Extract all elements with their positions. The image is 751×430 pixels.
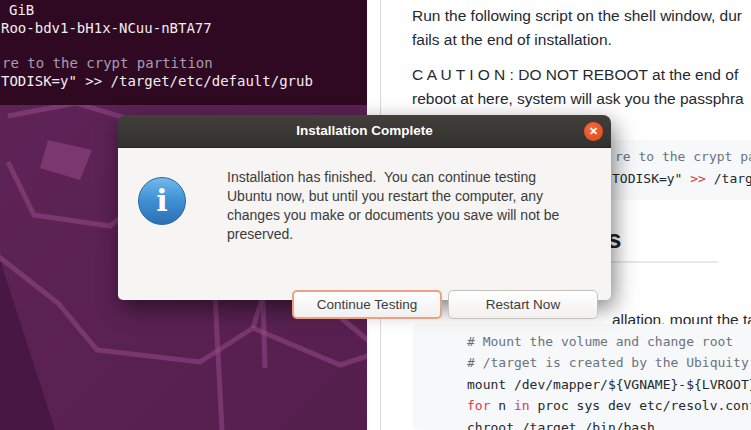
code-line: re to the crypt pa [615,149,751,164]
dialog-title: Installation Complete [118,123,611,138]
doc-paragraph: fails at the end of installation. [412,28,612,52]
code-line: # Mount the volume and change root [467,334,733,349]
terminal-line: GiB [9,2,34,18]
dialog-message: preserved. [227,226,293,242]
dialog-body: i Installation has finished. You can con… [118,148,611,300]
continue-testing-button[interactable]: Continue Testing [292,290,442,319]
restart-now-button[interactable]: Restart Now [448,290,598,319]
doc-paragraph: C A U T I O N : DO NOT REBOOT at the end… [412,63,738,87]
terminal-line: re to the crypt partition [2,55,213,71]
close-icon[interactable]: ✕ [584,122,603,141]
info-icon: i [138,177,186,225]
dialog-message: Installation has finished. You can conti… [227,169,536,185]
terminal-line: TODISK=y" >> /target/etc/default/grub [1,73,313,89]
code-line: TODISK=y" >> /targ [612,171,751,186]
screen: GiB Roo-bdv1-bH1x-NCuu-nBTA77 re to the … [0,0,751,430]
installation-complete-dialog: Installation Complete ✕ i Installation h… [118,115,611,300]
dialog-message: Ubuntu now, but until you restart the co… [227,188,543,204]
dialog-message: changes you make or documents you save w… [227,207,559,223]
code-line: mount /dev/mapper/${VGNAME}-${LVROOT} /t… [467,377,751,392]
doc-paragraph: Run the following script on the shell wi… [412,4,742,28]
code-line: for n in proc sys dev etc/resolv.conf; d… [467,398,751,413]
terminal-window[interactable]: GiB Roo-bdv1-bH1x-NCuu-nBTA77 re to the … [0,0,367,105]
code-line: chroot /target /bin/bash [467,420,655,430]
doc-paragraph: reboot at here, system will ask you the … [412,87,744,111]
dialog-titlebar[interactable]: Installation Complete ✕ [118,115,611,148]
terminal-line: Roo-bdv1-bH1x-NCuu-nBTA77 [1,20,212,36]
code-line: # /target is created by the Ubiquity ins… [467,355,751,370]
code-block: # Mount the volume and change root # /ta… [413,324,751,430]
